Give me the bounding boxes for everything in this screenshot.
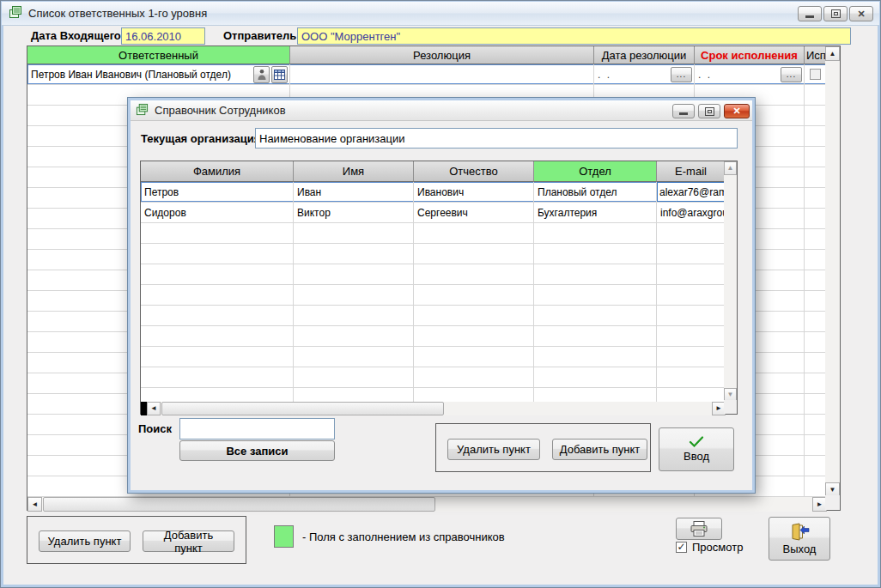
app-icon (9, 5, 22, 21)
deadline-ellipsis-button[interactable]: ... (781, 67, 802, 82)
employee-directory-dialog: Справочник Сотрудников ✕ Текущая организ… (127, 97, 756, 494)
all-records-button[interactable]: Все записи (179, 440, 335, 461)
empty-row[interactable] (141, 264, 726, 285)
table-icon (274, 70, 285, 80)
scrollbar-corner (825, 495, 840, 510)
vertical-scrollbar[interactable]: ▲ ▼ (724, 161, 737, 402)
search-input[interactable] (179, 418, 335, 439)
incoming-date-input[interactable] (121, 27, 205, 45)
close-button[interactable]: ✕ (849, 6, 873, 21)
empty-row[interactable] (141, 367, 726, 388)
preview-label: Просмотр (692, 541, 743, 554)
dialog-delete-item-button[interactable]: Удалить пункт (447, 439, 540, 460)
delete-item-button[interactable]: Удалить пункт (39, 530, 131, 552)
scrollbar-corner (724, 400, 737, 414)
email-cell[interactable]: info@araxgroup.r (657, 203, 726, 222)
column-header-resolution-date[interactable]: Дата резолюции (594, 46, 695, 64)
column-header-executed[interactable]: Испол (805, 46, 827, 64)
resolution-date-cell[interactable]: . . ... (594, 64, 695, 84)
maximize-icon (831, 9, 841, 18)
preview-checkbox[interactable]: ✓ (676, 542, 687, 553)
minimize-icon (679, 112, 688, 115)
main-titlebar: Список ответственных 1-го уровня (2, 2, 879, 26)
scroll-up-button[interactable]: ▲ (724, 161, 737, 175)
column-header-resolution[interactable]: Резолюция (290, 46, 594, 64)
resolution-date-ellipsis-button[interactable]: ... (671, 67, 692, 82)
scroll-left-icon: ◄ (32, 501, 39, 508)
enter-button[interactable]: Ввод (659, 427, 734, 471)
scrollbar-thumb[interactable] (161, 402, 444, 415)
empty-row[interactable] (141, 306, 726, 326)
horizontal-scrollbar[interactable]: ◄ ► (27, 497, 827, 512)
checkmark-icon: ✓ (677, 542, 685, 552)
vertical-scrollbar[interactable]: ▲ ▼ (825, 46, 840, 497)
responsible-cell[interactable]: Петров Иван Иванович (Плановый отдел) (27, 64, 290, 84)
horizontal-scrollbar[interactable]: ◄ ► (141, 402, 726, 415)
column-header-department[interactable]: Отдел (534, 161, 657, 182)
incoming-date-label: Дата Входящего (31, 29, 121, 42)
empty-row[interactable] (141, 244, 726, 264)
department-cell[interactable]: Бухгалтерия (534, 203, 657, 222)
current-organization-input[interactable] (255, 128, 738, 149)
sender-input[interactable] (297, 27, 851, 45)
patronymic-cell[interactable]: Иванович (414, 182, 534, 202)
deadline-cell[interactable]: . . ... (695, 64, 805, 84)
close-icon: ✕ (732, 106, 740, 116)
empty-row[interactable] (141, 326, 726, 347)
table-row[interactable]: Петров Иван Иванович (Плановый отдел) (27, 64, 827, 85)
empty-row[interactable] (141, 388, 726, 402)
minimize-button[interactable] (798, 6, 822, 21)
green-legend-swatch (274, 525, 294, 548)
employee-row[interactable]: Сидоров Виктор Сергеевич Бухгалтерия inf… (141, 203, 726, 223)
scroll-right-icon: ► (817, 501, 823, 508)
window-title: Список ответственных 1-го уровня (28, 7, 207, 20)
department-cell[interactable]: Плановый отдел (534, 182, 657, 202)
table-button[interactable] (271, 66, 288, 83)
name-cell[interactable]: Иван (294, 182, 414, 202)
executed-cell (805, 64, 827, 84)
dialog-minimize-button[interactable] (672, 104, 695, 118)
sender-label: Отправитель (223, 29, 296, 42)
column-header-patronymic[interactable]: Отчество (414, 161, 534, 182)
close-icon: ✕ (857, 9, 865, 19)
maximize-button[interactable] (823, 6, 848, 21)
person-button[interactable] (253, 66, 270, 83)
column-header-surname[interactable]: Фамилия (141, 161, 294, 182)
column-header-email[interactable]: E-mail (657, 161, 726, 182)
person-icon (257, 69, 267, 81)
column-header-deadline[interactable]: Срок исполнения (695, 46, 805, 64)
scroll-left-button[interactable]: ◄ (27, 497, 42, 512)
dialog-titlebar: Справочник Сотрудников (131, 100, 752, 121)
legend-text: - Поля с заполнением из справочников (302, 530, 505, 543)
scroll-right-icon: ► (715, 405, 722, 412)
add-item-button[interactable]: Добавить пункт (143, 530, 234, 552)
empty-row[interactable] (141, 347, 726, 367)
dialog-maximize-button[interactable] (698, 104, 720, 118)
patronymic-cell[interactable]: Сергеевич (414, 203, 534, 222)
dialog-title: Справочник Сотрудников (155, 104, 286, 117)
empty-row[interactable] (141, 285, 726, 306)
scroll-up-button[interactable]: ▲ (825, 46, 840, 61)
exit-button[interactable]: Выход (769, 517, 830, 561)
column-header-responsible[interactable]: Ответственный (27, 46, 290, 64)
scroll-left-icon: ◄ (150, 405, 157, 412)
printer-icon (690, 521, 708, 536)
surname-cell[interactable]: Сидоров (141, 203, 294, 222)
check-icon (689, 436, 704, 447)
dialog-close-button[interactable]: ✕ (724, 104, 750, 118)
name-cell[interactable]: Виктор (294, 203, 414, 222)
search-label: Поиск (138, 422, 172, 435)
minimize-icon (805, 15, 814, 18)
scrollbar-thumb[interactable] (43, 497, 435, 512)
resolution-cell[interactable] (290, 64, 594, 84)
column-header-name[interactable]: Имя (294, 161, 414, 182)
executed-checkbox[interactable] (810, 69, 821, 80)
dialog-add-item-button[interactable]: Добавить пункт (552, 439, 647, 460)
scroll-left-button[interactable]: ◄ (147, 402, 161, 415)
email-cell-editing[interactable]: alexar76@rambl (657, 182, 726, 202)
exit-door-icon (789, 523, 810, 541)
employee-row[interactable]: Петров Иван Иванович Плановый отдел alex… (141, 182, 726, 203)
surname-cell[interactable]: Петров (141, 182, 294, 202)
empty-row[interactable] (141, 223, 726, 244)
print-button[interactable] (676, 518, 722, 540)
